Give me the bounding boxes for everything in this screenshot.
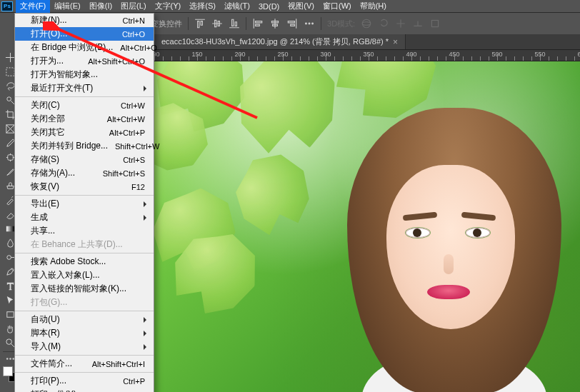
menu-item-label: 关闭其它 <box>31 126 65 139</box>
file-menu-item: 打包(G)... <box>15 296 154 309</box>
file-menu-item[interactable]: 搜索 Adobe Stock... <box>15 255 154 268</box>
file-menu-item[interactable]: 生成 <box>15 211 154 224</box>
svg-point-14 <box>6 358 9 360</box>
menu-item-label: 置入链接的智能对象(K)... <box>31 283 126 295</box>
menu-item-label: 存储(S) <box>31 154 59 166</box>
menu-item-shortcut: Alt+Shift+Ctrl+I <box>92 360 145 368</box>
menu-item-shortcut: Alt+Ctrl+O <box>120 44 156 52</box>
file-menu-item[interactable]: 置入嵌入对象(L)... <box>15 268 154 282</box>
file-menu-item[interactable]: 新建(N)...Ctrl+N <box>15 14 154 27</box>
document-canvas[interactable] <box>154 61 580 392</box>
file-menu-item[interactable]: 打印一份(Y)Alt+Shift+Ctrl+P <box>15 388 154 392</box>
file-menu-item[interactable]: 在 Bridge 中浏览(B)...Alt+Ctrl+O <box>15 41 154 54</box>
document-tab-title: ecacc10c38-HU3sVh_fw1200.jpg @ 214% (背景 … <box>161 36 389 47</box>
file-menu-item[interactable]: 存储(S)Ctrl+S <box>15 153 154 166</box>
menu-item-label: 打印(P)... <box>31 375 66 387</box>
document-tab[interactable]: ecacc10c38-HU3sVh_fw1200.jpg @ 214% (背景 … <box>154 34 406 49</box>
menu-item-label: 在 Behance 上共享(D)... <box>31 238 123 251</box>
threeD-scale-icon <box>429 18 441 29</box>
menu-type[interactable]: 文字(Y) <box>151 0 186 13</box>
app-logo: Ps <box>1 1 13 11</box>
menu-item-shortcut: Alt+Shift+Ctrl+O <box>88 57 145 66</box>
file-menu-item[interactable]: 脚本(R) <box>15 326 154 340</box>
more-options-icon[interactable] <box>304 18 315 29</box>
menu-item-label: 存储为(A)... <box>31 167 75 179</box>
menu-item-label: 关闭全部 <box>31 113 65 125</box>
menu-item-label: 脚本(R) <box>31 327 60 339</box>
file-menu-item[interactable]: 打印(P)...Ctrl+P <box>15 374 154 388</box>
svg-point-13 <box>6 338 12 344</box>
file-menu-item[interactable]: 置入链接的智能对象(K)... <box>15 282 154 296</box>
svg-point-1 <box>309 23 311 25</box>
align-top-icon[interactable] <box>194 18 206 29</box>
file-menu-item[interactable]: 共享... <box>15 224 154 238</box>
menu-item-label: 置入嵌入对象(L)... <box>31 269 100 281</box>
menu-edit[interactable]: 编辑(E) <box>50 0 85 13</box>
svg-point-15 <box>9 358 11 360</box>
portrait <box>319 108 576 392</box>
threeD-rotate-icon <box>378 18 389 29</box>
svg-rect-6 <box>6 67 14 75</box>
menu-item-label: 打包(G)... <box>31 296 67 308</box>
menu-item-label: 打开为智能对象... <box>31 69 98 81</box>
svg-point-0 <box>305 23 307 25</box>
file-menu-item[interactable]: 关闭并转到 Bridge...Shift+Ctrl+W <box>15 139 154 153</box>
menu-item-label: 新建(N)... <box>31 14 67 26</box>
align-vcenter-icon[interactable] <box>211 18 223 29</box>
align-hcenter-icon[interactable] <box>269 18 281 29</box>
menu-item-label: 最近打开文件(T) <box>31 82 93 94</box>
threeD-pan-icon <box>395 18 406 29</box>
menu-view[interactable]: 视图(V) <box>284 0 319 13</box>
file-menu-item[interactable]: 打开(O)...Ctrl+O <box>15 27 154 41</box>
close-icon[interactable]: × <box>393 37 398 47</box>
menu-item-label: 恢复(V) <box>31 181 59 193</box>
menu-item-label: 共享... <box>31 225 55 237</box>
file-menu-item[interactable]: 文件简介...Alt+Shift+Ctrl+I <box>15 357 154 371</box>
align-bottom-icon[interactable] <box>229 18 240 29</box>
menu-item-shortcut: Alt+Ctrl+W <box>107 115 145 124</box>
menu-layer[interactable]: 图层(L) <box>116 0 150 13</box>
align-left-icon[interactable] <box>252 18 264 29</box>
file-menu-item[interactable]: 自动(U) <box>15 313 154 326</box>
svg-rect-10 <box>6 226 14 231</box>
menu-item-label: 打开为... <box>31 55 64 67</box>
file-menu-item[interactable]: 存储为(A)...Shift+Ctrl+S <box>15 166 154 180</box>
file-menu-item[interactable]: 打开为智能对象... <box>15 68 154 81</box>
file-menu-item[interactable]: 关闭全部Alt+Ctrl+W <box>15 112 154 126</box>
threeD-slide-icon <box>412 18 424 29</box>
menu-item-shortcut: Ctrl+P <box>123 377 145 386</box>
menu-item-shortcut: Ctrl+O <box>122 30 145 39</box>
menu-item-label: 导出(E) <box>31 198 59 210</box>
foreground-color-swatch[interactable] <box>3 366 13 376</box>
file-menu-item[interactable]: 关闭其它Alt+Ctrl+P <box>15 126 154 139</box>
menu-window[interactable]: 窗口(W) <box>319 0 356 13</box>
file-menu-item[interactable]: 打开为...Alt+Shift+Ctrl+O <box>15 54 154 68</box>
file-menu-dropdown[interactable]: 新建(N)...Ctrl+N打开(O)...Ctrl+O在 Bridge 中浏览… <box>14 13 154 392</box>
file-menu-item[interactable]: 恢复(V)F12 <box>15 180 154 194</box>
file-menu-item[interactable]: 关闭(C)Ctrl+W <box>15 99 154 112</box>
menu-3d[interactable]: 3D(D) <box>254 1 284 12</box>
svg-point-4 <box>362 22 370 26</box>
svg-point-7 <box>7 96 11 101</box>
file-menu-item[interactable]: 导出(E) <box>15 197 154 211</box>
file-menu-item[interactable]: 最近打开文件(T) <box>15 81 154 95</box>
align-right-icon[interactable] <box>286 18 298 29</box>
menu-item-label: 打开(O)... <box>31 28 67 40</box>
menu-image[interactable]: 图像(I) <box>85 0 116 13</box>
menu-item-label: 关闭并转到 Bridge... <box>31 140 108 152</box>
file-menu-item: 在 Behance 上共享(D)... <box>15 238 154 251</box>
file-menu-item[interactable]: 导入(M) <box>15 340 154 353</box>
svg-point-2 <box>311 23 314 25</box>
menu-file[interactable]: 文件(F) <box>16 0 50 13</box>
menu-filter[interactable]: 滤镜(T) <box>220 0 254 13</box>
menu-item-label: 在 Bridge 中浏览(B)... <box>31 41 113 54</box>
svg-rect-9 <box>8 154 14 160</box>
svg-point-3 <box>362 19 370 27</box>
menu-help[interactable]: 帮助(H) <box>356 0 391 13</box>
menu-item-label: 导入(M) <box>31 341 61 353</box>
menu-item-shortcut: Ctrl+N <box>123 16 145 25</box>
menu-select[interactable]: 选择(S) <box>185 0 220 13</box>
menu-item-label: 关闭(C) <box>31 99 60 111</box>
menu-item-shortcut: F12 <box>131 183 145 191</box>
ruler-tick-label: 600 <box>577 51 580 58</box>
